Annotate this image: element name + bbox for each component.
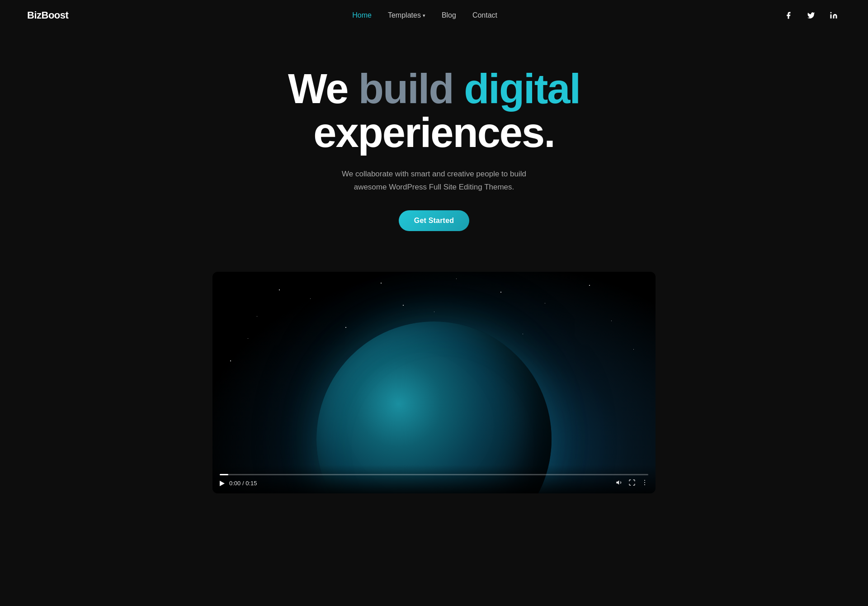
hero-subtitle: We collaborate with smart and creative p… <box>321 168 547 194</box>
chevron-down-icon: ▾ <box>423 13 425 19</box>
nav-item-home[interactable]: Home <box>352 11 372 19</box>
nav-links: Home Templates ▾ Blog Contact <box>352 11 497 19</box>
hero-title-we: We <box>288 66 359 112</box>
facebook-icon[interactable] <box>781 8 796 23</box>
social-links <box>781 8 841 23</box>
hero-title: We build digital experiences. <box>9 67 859 154</box>
video-controls-left: 0:00 / 0:15 <box>220 480 257 487</box>
svg-point-2 <box>644 480 645 481</box>
svg-point-0 <box>830 12 831 14</box>
twitter-icon[interactable] <box>804 8 818 23</box>
video-frame <box>212 272 656 493</box>
nav-item-contact[interactable]: Contact <box>472 11 497 19</box>
planet-visual <box>307 322 561 466</box>
more-options-icon[interactable] <box>641 479 648 488</box>
fullscreen-icon[interactable] <box>628 479 636 488</box>
nav-link-contact[interactable]: Contact <box>472 11 497 19</box>
nav-link-blog[interactable]: Blog <box>442 11 456 19</box>
hero-title-build: build <box>359 66 453 112</box>
navbar: BizBoost Home Templates ▾ Blog Contact <box>0 0 868 31</box>
nav-link-templates[interactable]: Templates <box>388 11 421 19</box>
nav-item-blog[interactable]: Blog <box>442 11 456 19</box>
hero-title-experiences: experiences. <box>313 109 554 156</box>
volume-icon[interactable] <box>616 479 623 488</box>
hero-title-digital: digital <box>453 66 580 112</box>
video-controls: 0:00 / 0:15 <box>212 465 656 493</box>
video-progress-bar[interactable] <box>220 474 648 475</box>
get-started-button[interactable]: Get Started <box>399 210 469 231</box>
play-button[interactable] <box>220 481 225 486</box>
svg-marker-1 <box>616 480 619 484</box>
nav-item-templates[interactable]: Templates ▾ <box>388 11 425 19</box>
video-controls-row: 0:00 / 0:15 <box>220 479 648 488</box>
brand-logo[interactable]: BizBoost <box>27 9 68 21</box>
video-section: 0:00 / 0:15 <box>212 272 656 493</box>
svg-point-4 <box>644 484 645 485</box>
video-time: 0:00 / 0:15 <box>229 480 257 487</box>
video-controls-right <box>616 479 648 488</box>
video-progress-fill <box>220 474 228 475</box>
linkedin-icon[interactable] <box>826 8 841 23</box>
svg-point-3 <box>644 482 645 483</box>
hero-section: We build digital experiences. We collabo… <box>0 31 868 254</box>
nav-link-home[interactable]: Home <box>352 11 372 19</box>
